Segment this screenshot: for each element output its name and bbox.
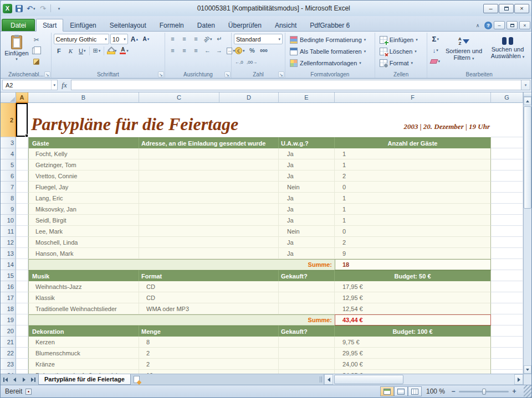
cell-F8[interactable]: 1 <box>335 193 491 204</box>
cell-B7[interactable]: Fluegel, Jay <box>28 182 139 193</box>
save-button[interactable] <box>14 3 24 13</box>
number-dialog-launcher[interactable]: ↘ <box>278 71 284 77</box>
last-sheet-button[interactable] <box>29 374 38 385</box>
zoom-slider-handle[interactable] <box>482 389 486 395</box>
scroll-down-button[interactable] <box>524 365 531 374</box>
cell-C7[interactable] <box>139 182 279 193</box>
undo-button[interactable]: ↶▾ <box>25 3 36 13</box>
cell-A7[interactable] <box>16 182 28 193</box>
cell-F7[interactable]: 0 <box>335 182 491 193</box>
cell-G7[interactable] <box>491 182 523 193</box>
formula-input[interactable] <box>71 80 521 90</box>
cell-B12[interactable]: Moschell, Linda <box>28 237 139 248</box>
cell-F5[interactable]: 1 <box>335 159 491 170</box>
collapse-ribbon-icon[interactable]: ∧ <box>473 21 483 29</box>
cell-C23[interactable]: 2 <box>139 359 279 370</box>
cell-E5[interactable]: Ja <box>279 159 335 170</box>
cell-F15[interactable]: Budget: 50 € <box>335 270 491 281</box>
row-header-12[interactable]: 12 <box>1 237 16 248</box>
cell-A11[interactable] <box>16 226 28 237</box>
cell-C10[interactable] <box>139 215 279 226</box>
cell-E22[interactable] <box>279 348 335 359</box>
cell-G10[interactable] <box>491 215 523 226</box>
wrap-text-button[interactable]: ↵ <box>214 34 225 44</box>
cell-G20[interactable] <box>491 325 523 337</box>
cell-B24[interactable]: Dekorationen im Außenbereich <box>28 370 139 374</box>
cell-B15[interactable]: Musik <box>28 270 139 281</box>
cell-F17[interactable]: 12,95 € <box>335 292 491 303</box>
cell-F12[interactable]: 2 <box>335 237 491 248</box>
cell-E15[interactable]: Gekauft? <box>279 270 335 281</box>
row-header-22[interactable]: 22 <box>1 348 16 359</box>
zoom-slider-track[interactable] <box>459 391 509 392</box>
cell-A18[interactable] <box>16 303 28 314</box>
row-header-16[interactable]: 16 <box>1 281 16 292</box>
cell-A23[interactable] <box>16 359 28 370</box>
font-name-select[interactable]: Century Gothic▾ <box>54 34 109 44</box>
cell-G6[interactable] <box>491 170 523 182</box>
ribbon-tab-seitenlayout[interactable]: Seitenlayout <box>103 19 153 32</box>
number-format-select[interactable]: Standard▾ <box>234 34 283 44</box>
minimize-button[interactable]: – <box>483 4 498 13</box>
cell-F10[interactable]: 1 <box>335 215 491 226</box>
increase-indent-button[interactable]: → <box>214 45 224 56</box>
cell-B18[interactable]: Traditionelle Weihnachtslieder <box>28 303 139 314</box>
scroll-up-button[interactable] <box>524 97 531 105</box>
cell-E11[interactable]: Nein <box>279 226 335 237</box>
tab-split-handle[interactable] <box>319 376 323 383</box>
cell-C21[interactable]: 8 <box>139 337 279 348</box>
shrink-font-button[interactable]: A▾ <box>141 34 151 44</box>
cell-F21[interactable]: 9,75 € <box>335 337 491 348</box>
cell-A15[interactable] <box>16 270 28 281</box>
cell-F14[interactable]: 18 <box>335 259 491 270</box>
cell-A24[interactable] <box>16 370 28 374</box>
cell-G18[interactable] <box>491 303 523 314</box>
font-dialog-launcher[interactable]: ↘ <box>158 71 164 77</box>
cell-G4[interactable] <box>491 148 523 159</box>
next-sheet-button[interactable] <box>19 374 29 385</box>
cell-F19[interactable]: 43,44 € <box>335 314 491 325</box>
align-left-button[interactable]: ≡ <box>167 45 178 56</box>
cell-A13[interactable] <box>16 248 28 259</box>
cell-C22[interactable]: 2 <box>139 348 279 359</box>
font-size-select[interactable]: 10▾ <box>110 34 128 44</box>
close-button[interactable]: × <box>514 4 529 13</box>
cell-F11[interactable]: 0 <box>335 226 491 237</box>
column-header-F[interactable]: F <box>335 92 491 103</box>
cell-C3[interactable]: Adresse, an die Einladung gesendet wurde <box>139 137 279 148</box>
column-header-D[interactable]: D <box>219 92 279 103</box>
cell-E18[interactable] <box>279 303 335 314</box>
excel-app-icon[interactable]: X <box>3 4 12 13</box>
cell-E17[interactable] <box>279 292 335 303</box>
column-header-B[interactable]: B <box>28 92 139 103</box>
cell-E6[interactable]: Ja <box>279 170 335 182</box>
cell-G22[interactable] <box>491 348 523 359</box>
horizontal-scrollbar[interactable] <box>324 374 523 385</box>
cell-B17[interactable]: Klassik <box>28 292 139 303</box>
workbook-close-button[interactable]: × <box>519 21 530 29</box>
cell-A9[interactable] <box>16 204 28 215</box>
cell-B10[interactable]: Seidl, Birgit <box>28 215 139 226</box>
clear-button[interactable]: ▾ <box>429 56 441 66</box>
cell-G14[interactable] <box>491 259 523 270</box>
cell-B19[interactable] <box>28 314 279 325</box>
row-header-2[interactable]: 2 <box>1 103 16 137</box>
cell-E24[interactable] <box>279 370 335 374</box>
row-header-21[interactable]: 21 <box>1 337 16 348</box>
align-right-button[interactable]: ≡ <box>191 45 201 56</box>
cell-G8[interactable] <box>491 193 523 204</box>
column-header-G[interactable]: G <box>491 92 523 103</box>
horizontal-scroll-thumb[interactable] <box>334 375 403 384</box>
cell-B3[interactable]: Gäste <box>28 137 139 148</box>
cell-A5[interactable] <box>16 159 28 170</box>
row-header-4[interactable]: 4 <box>1 148 16 159</box>
column-header-E[interactable]: E <box>279 92 335 103</box>
ribbon-tab-einfügen[interactable]: Einfügen <box>63 19 103 32</box>
cell-F6[interactable]: 2 <box>335 170 491 182</box>
cell-E8[interactable]: Ja <box>279 193 335 204</box>
cell-A12[interactable] <box>16 237 28 248</box>
help-icon[interactable]: ? <box>484 22 492 29</box>
ribbon-tab-daten[interactable]: Daten <box>191 19 222 32</box>
row-header-7[interactable]: 7 <box>1 182 16 193</box>
workbook-minimize-button[interactable]: – <box>494 21 505 29</box>
